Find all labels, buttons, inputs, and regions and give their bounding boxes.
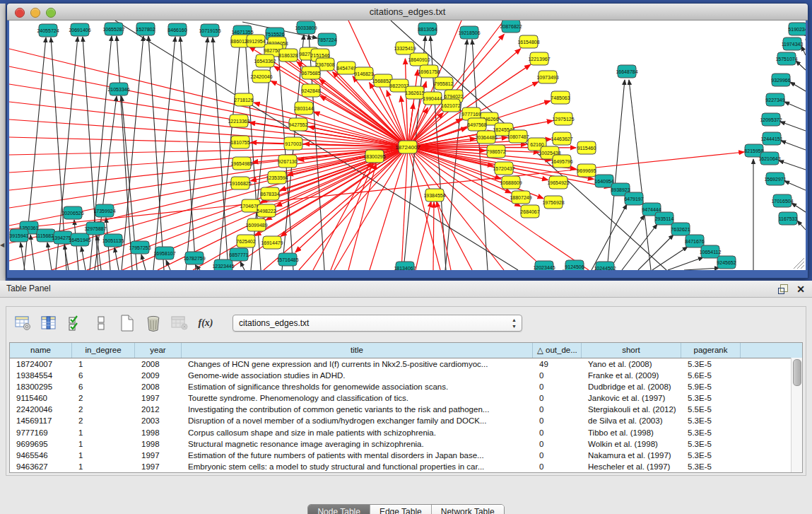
graph-node[interactable]: 7955812 — [434, 77, 453, 90]
network-window-titlebar[interactable]: citations_edges.txt — [7, 4, 808, 21]
graph-node[interactable]: 10973493 — [536, 71, 558, 83]
graph-node[interactable]: 18807249 — [510, 191, 531, 204]
graph-node[interactable]: 20691406 — [69, 23, 90, 36]
graph-node[interactable]: 10807487 — [507, 130, 529, 143]
graph-node[interactable]: 3915941 — [9, 229, 28, 242]
graph-node[interactable]: 16914479 — [261, 236, 283, 249]
graph-node[interactable]: 10655287 — [102, 23, 124, 35]
graph-node[interactable]: 8912954 — [246, 35, 265, 47]
graph-node[interactable]: 9146821 — [354, 67, 373, 80]
graph-node[interactable]: 917003 — [284, 137, 302, 150]
graph-node[interactable]: 1810755 — [230, 136, 249, 148]
graph-node[interactable]: 17359924 — [93, 204, 115, 217]
column-header-name[interactable]: name — [10, 343, 72, 358]
graph-node[interactable]: 16495796 — [551, 155, 572, 168]
graph-node[interactable]: 5498222 — [257, 204, 276, 217]
graph-node[interactable]: 14463627 — [551, 132, 572, 145]
graph-node[interactable]: 2718126 — [234, 93, 253, 106]
graph-node[interactable]: 16782759 — [183, 252, 205, 264]
graph-node[interactable]: 13325419 — [394, 42, 416, 54]
column-visibility-icon[interactable] — [40, 314, 58, 332]
graph-node[interactable]: 9699695 — [577, 164, 596, 177]
graph-node[interactable]: 20876822 — [500, 21, 522, 33]
graph-node[interactable]: 18300295 — [363, 150, 385, 163]
graph-node[interactable]: 8466160 — [167, 23, 187, 36]
graph-node[interactable]: 16648784 — [616, 65, 637, 78]
graph-node[interactable]: 9124506 — [565, 260, 584, 270]
graph-node[interactable]: 19166825 — [229, 177, 251, 189]
table-row[interactable]: 1830029562008Estimation of significance … — [10, 381, 802, 392]
graph-node[interactable]: 19756928 — [542, 196, 564, 209]
graph-node[interactable]: 22420046 — [250, 70, 272, 83]
graph-node[interactable]: 2803144 — [294, 102, 313, 115]
column-header-title[interactable]: title — [182, 343, 533, 358]
graph-node[interactable]: 19654923 — [547, 176, 569, 189]
graph-node[interactable]: 3675685 — [301, 66, 320, 79]
graph-node[interactable]: 16099489 — [245, 218, 267, 231]
graph-node[interactable]: 2684067 — [520, 205, 539, 218]
graph-node[interactable]: 16033809 — [295, 21, 317, 34]
graph-node[interactable]: 1990444 — [423, 92, 442, 105]
graph-node[interactable]: 7632621 — [671, 223, 690, 235]
graph-node[interactable]: 12975125 — [552, 112, 574, 125]
table-row[interactable]: 2242004622012Investigating the contribut… — [10, 404, 802, 415]
graph-node[interactable]: 1362615 — [405, 86, 424, 99]
graph-node[interactable]: 6497568 — [467, 118, 486, 131]
graph-node[interactable]: 8186328 — [278, 49, 298, 62]
graph-node[interactable]: 12023445 — [533, 261, 555, 270]
close-button[interactable] — [15, 8, 25, 18]
graph-node[interactable]: 19384554 — [423, 189, 445, 201]
function-builder-icon[interactable]: f(x) — [196, 314, 215, 332]
table-row[interactable]: 969969511998Structural magnetic resonanc… — [10, 438, 802, 450]
graph-node[interactable]: 10688609 — [500, 176, 522, 189]
graph-node[interactable]: 8471676 — [685, 235, 704, 247]
graph-node[interactable]: 19218506 — [458, 26, 480, 39]
table-row[interactable]: 1872400712008Changes of HCN gene express… — [10, 358, 802, 370]
graph-node[interactable]: 10244502 — [594, 262, 616, 270]
left-splitter[interactable]: ◀ — [0, 4, 6, 281]
import-table-disabled-icon[interactable] — [170, 314, 189, 332]
graph-node[interactable]: 9245652 — [717, 256, 736, 269]
graph-node[interactable]: 19654985 — [230, 157, 252, 170]
graph-node[interactable]: 10654112 — [700, 245, 722, 258]
graph-node[interactable]: 11974343 — [782, 37, 804, 50]
table-settings-icon[interactable] — [13, 314, 32, 332]
vertical-scrollbar[interactable] — [791, 358, 802, 472]
column-header-pagerank[interactable]: pagerank — [681, 343, 741, 358]
graph-node[interactable]: 9242848 — [301, 84, 320, 97]
graph-node[interactable]: 7485063 — [551, 91, 570, 104]
graph-node[interactable]: 20206526 — [61, 206, 83, 219]
graph-node[interactable]: 16210643 — [758, 152, 780, 165]
graph-node[interactable]: 8813054 — [418, 23, 437, 35]
graph-node[interactable]: 16451945 — [69, 233, 90, 246]
graph-node[interactable]: 18640910 — [408, 53, 430, 66]
graph-node[interactable]: 15751074 — [775, 52, 797, 65]
graph-node[interactable]: 15692971 — [764, 173, 786, 185]
graph-node[interactable]: 6857771 — [229, 248, 248, 261]
graph-node[interactable]: 8454749 — [336, 62, 355, 74]
graph-node[interactable]: 15716485 — [276, 253, 298, 266]
graph-node[interactable]: 12213967 — [528, 52, 550, 65]
graph-node[interactable]: 17016504 — [771, 194, 793, 207]
graph-node[interactable]: 9115460 — [577, 141, 596, 154]
column-header-in-degree[interactable]: in_degree — [72, 343, 135, 358]
table-panel-titlebar[interactable]: Table Panel ✕ — [0, 281, 812, 298]
rows-icon[interactable] — [92, 314, 110, 332]
graph-node[interactable]: 9329966 — [771, 74, 790, 86]
table-row[interactable]: 911546021997Tourette syndrome. Phenomeno… — [10, 392, 802, 404]
table-row[interactable]: 1456911722003Disruption of a novel membe… — [10, 415, 802, 426]
graph-node[interactable]: 16154808 — [517, 35, 539, 48]
zoom-button[interactable] — [46, 8, 56, 18]
scrollbar-thumb[interactable] — [793, 359, 801, 386]
graph-node[interactable]: 8678334 — [260, 187, 279, 200]
table-row[interactable]: 1938455462009Genome-wide association stu… — [10, 370, 802, 381]
graph-node[interactable]: 15720437 — [493, 162, 514, 175]
graph-node[interactable]: 5190234 — [788, 23, 806, 35]
graph-node[interactable]: 12323445 — [212, 259, 234, 270]
graph-node[interactable]: 1167533 — [779, 212, 798, 225]
graph-node[interactable]: 10719155 — [199, 24, 220, 37]
float-panel-icon[interactable] — [778, 284, 788, 294]
table-selector[interactable]: citations_edges.txt ▲▼ — [233, 315, 522, 332]
graph-node[interactable]: 24055724 — [37, 24, 59, 37]
column-header-short[interactable]: short — [582, 343, 681, 358]
